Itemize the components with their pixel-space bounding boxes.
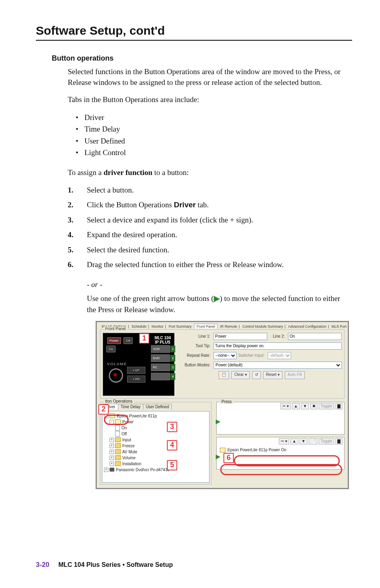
tab-mls-port[interactable]: MLS Port (330, 324, 348, 328)
tab-adv-config[interactable]: Advanced Configuration (286, 324, 328, 328)
hw-btn-power[interactable]: Power (107, 337, 121, 344)
hw-btn-pc[interactable]: PC3 (151, 364, 170, 371)
paste-icon[interactable]: 📋 (219, 371, 229, 379)
toolbar-color-icon[interactable]: ▇ (335, 403, 343, 409)
callout-4: 4 (167, 440, 177, 450)
hardware-panel[interactable]: MLC 104IP PLUS Power Off On VOLUME • UP … (103, 333, 174, 396)
right-arrow-icon: ▶ (214, 294, 220, 303)
toolbar-cut-icon[interactable]: ✂ ▾ (279, 438, 289, 444)
line1-label: Line 1: (182, 334, 212, 338)
tabs-list: Driver Time Delay User Defined Light Con… (76, 112, 352, 159)
tab-ir-remote[interactable]: IR Remote (219, 324, 239, 328)
or-alt-text: Use one of the green right arrow buttons… (87, 293, 342, 315)
switcher-select: -default- (268, 352, 291, 359)
step-text: Click the Button Operations Driver tab. (87, 199, 352, 210)
hw-btn-dn[interactable]: • DN (127, 376, 145, 383)
folder-icon (115, 443, 121, 448)
reset-icon[interactable]: ↺ (252, 371, 261, 379)
group-legend: Front Panel (104, 326, 127, 331)
expand-icon[interactable]: + (110, 450, 114, 454)
volume-knob-icon[interactable] (109, 368, 123, 383)
callout-3: 3 (167, 422, 177, 432)
tree-leaf[interactable]: Off (121, 432, 127, 436)
line2-label: Line 2: (269, 334, 286, 338)
list-item: Driver (76, 112, 352, 123)
intro-paragraph: Selected functions in the Button Operati… (68, 67, 352, 88)
step-text: Select a button. (87, 185, 352, 196)
tab-user-defined[interactable]: User Defined (143, 404, 172, 409)
repeat-label: Repeat Rate: (182, 353, 212, 358)
toolbar-color-icon[interactable]: ▇ (335, 438, 343, 444)
tab-monitor[interactable]: Monitor (150, 324, 165, 328)
toolbar-down-icon[interactable]: ▼ (301, 403, 309, 409)
expand-icon[interactable]: + (104, 468, 108, 472)
tab-time-delay[interactable]: Time Delay (118, 404, 143, 409)
top-tab-row[interactable]: IP Link Settings| Schedule| Monitor| Por… (97, 322, 348, 328)
folder-icon (115, 449, 121, 454)
tree-node[interactable]: Volume (122, 456, 135, 460)
app-window: IP Link Settings| Schedule| Monitor| Por… (96, 321, 349, 489)
expand-icon[interactable]: + (110, 438, 114, 442)
toolbar-copy-icon[interactable]: 📄 (309, 438, 317, 444)
callout-ring (220, 464, 342, 475)
line2-input[interactable] (288, 333, 342, 340)
ir-icon (110, 468, 114, 472)
folder-icon (220, 448, 225, 452)
hw-btn-on[interactable]: On (106, 346, 116, 352)
tab-front-panel[interactable]: Front Panel (194, 324, 217, 328)
ops-tabs[interactable]: Driver Time Delay User Defined (102, 404, 210, 409)
footer-page-number: 3-20 (36, 561, 49, 568)
hw-btn-vcr[interactable]: VCR1 (151, 345, 170, 353)
modes-label: Button Modes: (182, 363, 212, 367)
tree-node[interactable]: AV Mute (122, 450, 137, 454)
footer-text: MLC 104 Plus Series • Software Setup (58, 561, 172, 568)
tree-node[interactable]: Freeze (122, 444, 135, 448)
toolbar-delete-icon[interactable]: ✖ (310, 403, 317, 409)
callout-2: 2 (98, 404, 109, 415)
tooltip-input[interactable] (214, 342, 342, 350)
press-pane[interactable]: Press ✂ ▾ ▲ ▼ ✖ Toggle ▇ ▶ (216, 402, 345, 435)
callout-ring (104, 415, 129, 425)
toolbar-up-icon[interactable]: ▲ (292, 403, 300, 409)
expand-icon[interactable]: + (110, 462, 114, 466)
step-text: Select the desired function. (87, 244, 352, 256)
step-text: Expand the desired operation. (87, 229, 352, 240)
tabs-intro: Tabs in the Button Operations area inclu… (68, 94, 352, 105)
release-list-item[interactable]: Epson PowerLite 811p Power On (220, 448, 341, 452)
page-icon (115, 431, 120, 437)
right-arrow-icon[interactable]: ▶ (216, 453, 220, 460)
expand-icon[interactable]: + (110, 456, 114, 460)
volume-label: VOLUME (107, 362, 127, 366)
tab-port-summary[interactable]: Port Summary (167, 324, 193, 328)
press-label: Press (220, 399, 233, 404)
tree-node[interactable]: Input (122, 438, 131, 442)
expand-icon[interactable]: + (110, 444, 114, 448)
tree-root[interactable]: Panasonic Dvd/vcr Pv-d4743s (116, 468, 169, 472)
modes-select[interactable]: Power (default) (214, 362, 342, 369)
toolbar-down-icon[interactable]: ▼ (300, 438, 308, 444)
right-arrow-icon[interactable]: ▶ (216, 418, 220, 425)
section-heading: Button operations (52, 54, 352, 63)
list-item: Light Control (76, 147, 352, 158)
page-footer: 3-20 MLC 104 Plus Series • Software Setu… (36, 561, 173, 569)
hw-btn-dvd[interactable]: DVD2 (151, 354, 170, 362)
callout-6: 6 (223, 453, 234, 463)
clear-button[interactable]: Clear ▾ (231, 371, 250, 379)
line1-input[interactable] (214, 333, 267, 340)
button-operations-group: tton Operations Driver Time Delay User D… (100, 402, 212, 485)
switcher-label: Switcher Input: (238, 353, 266, 358)
step-text: Select a device and expand its folder (c… (87, 214, 352, 226)
reset-button[interactable]: Reset ▾ (263, 371, 282, 379)
device-model-label: MLC 104IP PLUS (155, 336, 171, 344)
tab-schedule[interactable]: Schedule (130, 324, 148, 328)
hw-btn-off[interactable]: Off (123, 337, 133, 344)
repeat-select[interactable]: --none-- (214, 352, 237, 359)
tab-ctrl-mod[interactable]: Control Module Summary (241, 324, 284, 328)
hw-btn-4[interactable]: 4 (151, 373, 170, 380)
toolbar-up-icon[interactable]: ▲ (290, 438, 298, 444)
toolbar-cut-icon[interactable]: ✂ ▾ (280, 403, 291, 409)
tree-node[interactable]: Installation (122, 462, 141, 466)
tree-leaf[interactable]: On (121, 426, 127, 430)
hw-btn-up[interactable]: • UP (127, 367, 145, 374)
callout-5: 5 (167, 460, 177, 470)
